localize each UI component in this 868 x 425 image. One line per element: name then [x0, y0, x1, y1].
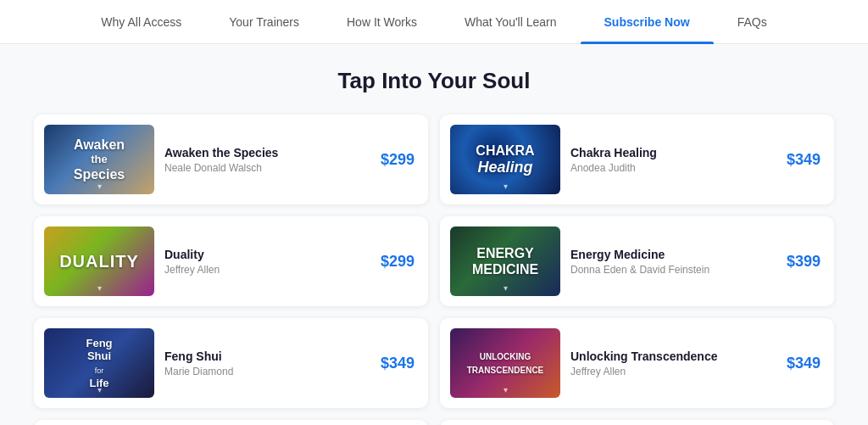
- page-title: Tap Into Your Soul: [34, 68, 834, 94]
- course-author-energy-medicine: Donna Eden & David Feinstein: [570, 264, 776, 276]
- course-info-chakra-healing: Chakra HealingAnodea Judith: [560, 145, 787, 174]
- courses-grid: AwakentheSpecies▾Awaken the SpeciesNeale…: [34, 115, 834, 425]
- course-thumb-text-duality: DUALITY: [56, 248, 142, 275]
- course-author-chakra-healing: Anodea Judith: [570, 162, 776, 174]
- course-thumb-awaken-the-species: AwakentheSpecies▾: [44, 125, 154, 194]
- course-thumb-unlocking-transcendence: UNLOCKINGTRANSCENDENCE▾: [450, 328, 560, 398]
- course-info-duality: DualityJeffrey Allen: [154, 247, 381, 276]
- course-thumb-text-unlocking-transcendence: UNLOCKINGTRANSCENDENCE: [464, 346, 548, 379]
- course-title-energy-medicine: Energy Medicine: [570, 247, 776, 262]
- course-author-feng-shui: Marie Diamond: [164, 366, 370, 377]
- course-info-feng-shui: Feng ShuiMarie Diamond: [154, 349, 381, 377]
- nav-item-why-all-access[interactable]: Why All Access: [77, 0, 205, 44]
- course-card-unlocking-transcendence[interactable]: UNLOCKINGTRANSCENDENCE▾Unlocking Transce…: [440, 318, 834, 408]
- course-card-experience-lucid-dreaming[interactable]: EXPERIENCELUCIDDREAMING▾COMING SOONExper…: [440, 420, 834, 425]
- course-thumb-duality: DUALITY▾: [44, 226, 154, 296]
- nav-item-your-trainers[interactable]: Your Trainers: [205, 0, 323, 44]
- course-card-energy-medicine[interactable]: ENERGYMEDICINE▾Energy MedicineDonna Eden…: [440, 216, 834, 306]
- course-price-unlocking-transcendence: $349: [787, 355, 821, 372]
- course-title-unlocking-transcendence: Unlocking Transcendence: [570, 349, 776, 364]
- course-price-energy-medicine: $399: [787, 253, 821, 271]
- nav-item-what-youll-learn[interactable]: What You'll Learn: [441, 0, 581, 44]
- nav-item-subscribe-now[interactable]: Subscribe Now: [581, 0, 714, 44]
- course-title-duality: Duality: [164, 247, 370, 262]
- course-price-duality: $299: [381, 253, 415, 271]
- chevron-down-icon-energy-medicine: ▾: [504, 283, 508, 293]
- course-price-chakra-healing: $349: [787, 151, 821, 169]
- course-thumb-energy-medicine: ENERGYMEDICINE▾: [450, 226, 560, 296]
- course-title-chakra-healing: Chakra Healing: [570, 145, 776, 160]
- chevron-down-icon-duality: ▾: [97, 283, 102, 293]
- chevron-down-icon-unlocking-transcendence: ▾: [504, 385, 508, 394]
- course-card-feng-shui[interactable]: FengShuiforLife▾Feng ShuiMarie Diamond$3…: [34, 318, 428, 408]
- course-title-awaken-the-species: Awaken the Species: [164, 145, 370, 160]
- chevron-down-icon-chakra-healing: ▾: [504, 182, 508, 191]
- chevron-down-icon-awaken-the-species: ▾: [97, 182, 102, 191]
- course-info-awaken-the-species: Awaken the SpeciesNeale Donald Walsch: [154, 145, 381, 174]
- course-author-awaken-the-species: Neale Donald Walsch: [164, 162, 370, 174]
- course-title-feng-shui: Feng Shui: [164, 349, 370, 364]
- course-price-feng-shui: $349: [381, 355, 415, 372]
- nav-item-how-it-works[interactable]: How It Works: [323, 0, 441, 44]
- course-thumb-text-chakra-healing: CHAKRAHealing: [472, 139, 537, 181]
- course-thumb-chakra-healing: CHAKRAHealing▾: [450, 125, 560, 194]
- course-info-unlocking-transcendence: Unlocking TranscendenceJeffrey Allen: [560, 349, 787, 377]
- course-author-duality: Jeffrey Allen: [164, 264, 370, 276]
- course-card-integral-theory[interactable]: INTEGRALLIFE▾COMING SOONIntegral TheoryK…: [34, 420, 428, 425]
- course-price-awaken-the-species: $299: [381, 151, 415, 169]
- course-card-duality[interactable]: DUALITY▾DualityJeffrey Allen$299: [34, 216, 428, 306]
- course-thumb-text-awaken-the-species: AwakentheSpecies: [70, 133, 128, 186]
- chevron-down-icon-feng-shui: ▾: [97, 385, 102, 394]
- course-thumb-text-energy-medicine: ENERGYMEDICINE: [469, 242, 542, 281]
- nav-item-faqs[interactable]: FAQs: [714, 0, 791, 44]
- main-nav: Why All AccessYour TrainersHow It WorksW…: [0, 0, 868, 44]
- course-thumb-feng-shui: FengShuiforLife▾: [44, 328, 154, 398]
- course-thumb-text-feng-shui: FengShuiforLife: [82, 333, 115, 393]
- course-card-awaken-the-species[interactable]: AwakentheSpecies▾Awaken the SpeciesNeale…: [34, 115, 428, 204]
- course-author-unlocking-transcendence: Jeffrey Allen: [570, 366, 776, 377]
- course-card-chakra-healing[interactable]: CHAKRAHealing▾Chakra HealingAnodea Judit…: [440, 115, 834, 204]
- course-info-energy-medicine: Energy MedicineDonna Eden & David Feinst…: [560, 247, 787, 276]
